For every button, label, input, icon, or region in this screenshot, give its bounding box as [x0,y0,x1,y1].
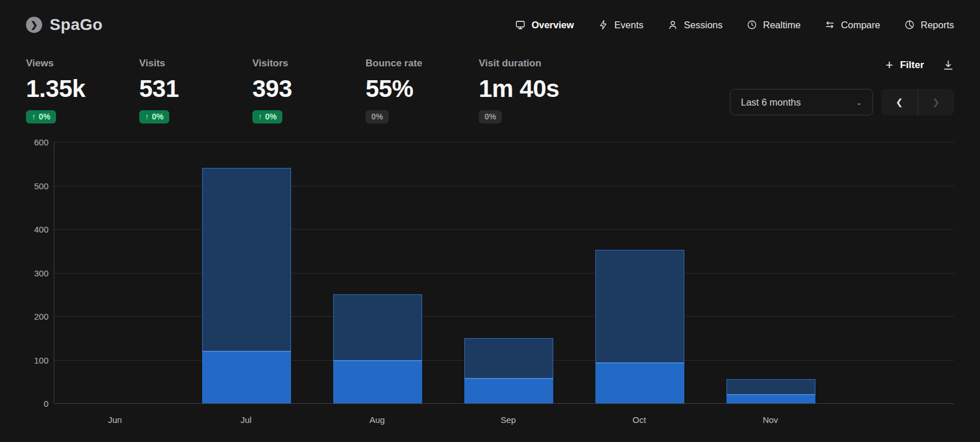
trend-badge: ↑ 0% [252,110,282,123]
nav-label: Compare [841,20,880,31]
arrow-up-icon: ↑ [32,112,36,121]
nav-label: Sessions [684,20,722,31]
period-pager: ❮ ❯ [881,89,954,115]
stat-label: Views [26,58,139,69]
arrow-up-icon: ↑ [258,112,262,121]
stat-value: 1m 40s [479,75,592,103]
filter-button[interactable]: + Filter [886,59,924,72]
y-tick-label-500: 500 [0,181,49,190]
date-range-value: Last 6 months [741,97,801,108]
trend-badge: ↑ 0% [139,110,169,123]
stats-section: Views 1.35k ↑ 0% Visits 531 ↑ 0% Visitor… [0,50,980,123]
chevron-down-icon: ⌄ [856,98,862,107]
y-tick-label-300: 300 [0,268,49,278]
visitors-bar-chart: 6005004003002001000 JunJulAugSepOctNov [0,142,980,433]
arrow-up-icon: ↑ [145,112,149,121]
x-tick-label-jul: Jul [217,415,275,425]
nav-label: Events [614,20,643,31]
app-logo[interactable]: ❯ SpaGo [26,16,103,34]
top-bar: ❯ SpaGo Overview Events Sessions [0,0,980,50]
nav-item-realtime[interactable]: Realtime [747,20,800,31]
zap-icon [598,20,609,30]
badge-value: 0% [485,112,496,121]
bar-visitors-aug[interactable] [333,360,422,404]
nav-item-sessions[interactable]: Sessions [668,20,722,31]
y-tick-label-200: 200 [0,312,49,321]
stat-label: Visits [139,58,252,69]
nav-item-reports[interactable]: Reports [904,20,954,31]
y-tick-label-0: 0 [0,399,49,409]
stat-value: 55% [366,75,479,103]
badge-value: 0% [152,112,163,121]
stat-visitors: Visitors 393 ↑ 0% [252,58,366,123]
y-tick-label-600: 600 [0,137,49,147]
stat-bounce-rate: Bounce rate 55% 0% [366,58,479,123]
nav-item-overview[interactable]: Overview [515,20,573,31]
gridline-500 [54,186,954,186]
gridline-400 [54,229,954,230]
bar-visitors-sep[interactable] [464,378,553,403]
bar-visitors-jul[interactable] [202,351,291,403]
gridline-200 [54,316,954,317]
gridline-600 [54,142,954,143]
stat-value: 531 [139,75,252,103]
nav-label: Overview [531,20,573,31]
monitor-icon [515,20,526,30]
nav-item-events[interactable]: Events [598,20,643,31]
stat-label: Visit duration [479,58,592,69]
trend-badge: 0% [366,110,389,123]
stat-label: Bounce rate [366,58,479,69]
stat-value: 1.35k [26,75,139,103]
stat-visit-duration: Visit duration 1m 40s 0% [479,58,592,123]
x-tick-label-sep: Sep [479,415,537,425]
trend-badge: 0% [479,110,502,123]
user-icon [668,20,678,30]
next-period-button[interactable]: ❯ [918,89,955,115]
pie-chart-icon [904,20,915,30]
logo-chevron-icon: ❯ [26,17,42,33]
nav-item-compare[interactable]: Compare [825,20,880,31]
x-tick-label-aug: Aug [348,415,406,425]
nav-label: Reports [921,20,954,31]
chevron-right-icon: ❯ [932,97,940,107]
badge-value: 0% [39,112,50,121]
nav-label: Realtime [763,20,800,31]
stat-label: Visitors [252,58,366,69]
x-tick-label-nov: Nov [741,415,799,425]
x-tick-label-oct: Oct [610,415,668,425]
stat-views: Views 1.35k ↑ 0% [26,58,139,123]
stat-visits: Visits 531 ↑ 0% [139,58,252,123]
download-button[interactable] [942,59,954,71]
bar-visitors-nov[interactable] [726,394,815,403]
chevron-left-icon: ❮ [896,97,903,107]
bar-visitors-oct[interactable] [595,362,684,403]
chart-plot-area [54,142,954,403]
date-range-select[interactable]: Last 6 months ⌄ [730,89,873,115]
badge-value: 0% [371,112,383,121]
gridline-0 [54,403,954,404]
y-tick-label-400: 400 [0,224,49,234]
badge-value: 0% [265,112,277,121]
trend-badge: ↑ 0% [26,110,56,123]
chart-controls: + Filter Last 6 months ⌄ ❮ ❯ [723,59,954,115]
x-tick-label-jun: Jun [86,415,144,425]
main-nav: Overview Events Sessions Realtime Compar… [515,20,954,31]
gridline-300 [54,273,954,274]
stat-value: 393 [252,75,366,103]
plus-icon: + [886,59,893,72]
prev-period-button[interactable]: ❮ [881,89,918,115]
clock-icon [747,20,757,30]
compare-arrows-icon [825,20,835,30]
app-title: SpaGo [50,16,103,34]
download-icon [942,59,954,71]
filter-label: Filter [900,59,924,71]
y-tick-label-100: 100 [0,355,49,365]
